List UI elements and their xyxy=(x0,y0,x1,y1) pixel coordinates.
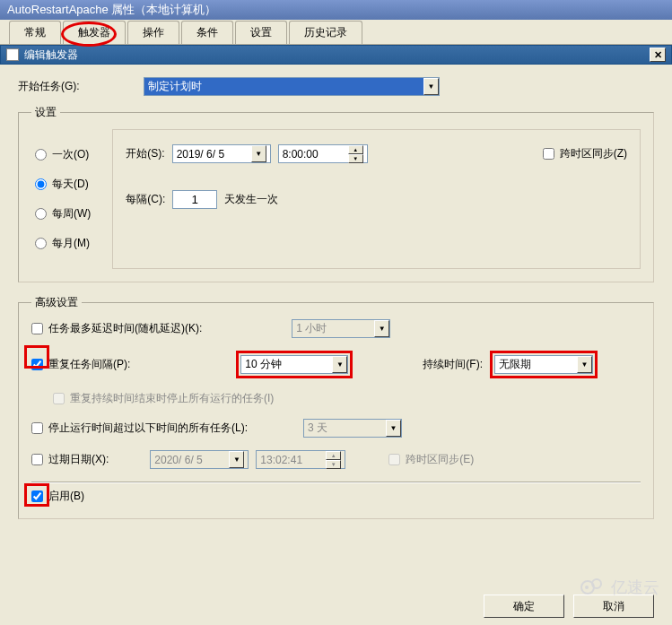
start-time-input[interactable]: 8:00:00 ▲ ▼ xyxy=(278,144,368,163)
time-spin-down: ▼ xyxy=(326,460,341,469)
expire-time-input: 13:02:41 ▲ ▼ xyxy=(256,450,345,469)
every-suffix: 天发生一次 xyxy=(224,192,278,207)
dropdown-arrow-icon[interactable]: ▼ xyxy=(577,356,592,373)
sync-tz-input[interactable] xyxy=(543,148,554,160)
radio-once-input[interactable] xyxy=(35,149,47,161)
expire-cb-input[interactable] xyxy=(31,454,43,465)
time-spin-up[interactable]: ▲ xyxy=(348,145,363,154)
outer-window-title: AutoRestartApache 属性（本地计算机） xyxy=(0,0,672,20)
tab-history[interactable]: 历史记录 xyxy=(289,21,362,44)
tab-conditions[interactable]: 条件 xyxy=(181,21,233,44)
enabled-cb-input[interactable] xyxy=(31,490,43,502)
expire-checkbox[interactable]: 过期日期(X): xyxy=(31,452,109,467)
repeat-cb-input[interactable] xyxy=(31,359,43,370)
stop-all-cb-input xyxy=(53,393,65,404)
delay-cb-input[interactable] xyxy=(31,323,43,334)
duration-label: 持续时间(F): xyxy=(423,357,483,372)
dialog-content: 开始任务(G): 制定计划时 ▼ 设置 一次(O) 每天(D) 每周(W) xyxy=(0,65,672,544)
inner-window-title-bar: 编辑触发器 ✕ xyxy=(0,45,672,65)
watermark-icon xyxy=(580,578,607,596)
radio-monthly[interactable]: 每月(M) xyxy=(35,236,91,251)
radio-monthly-input[interactable] xyxy=(35,238,47,249)
radio-daily[interactable]: 每天(D) xyxy=(35,177,91,192)
settings-group: 设置 一次(O) 每天(D) 每周(W) 每月(M) xyxy=(18,105,654,282)
dropdown-arrow-icon: ▼ xyxy=(386,420,401,437)
expire-sync-checkbox: 跨时区同步(E) xyxy=(388,452,474,467)
settings-legend: 设置 xyxy=(31,105,60,120)
delay-checkbox[interactable]: 任务最多延迟时间(随机延迟)(K): xyxy=(31,321,202,336)
frequency-radios: 一次(O) 每天(D) 每周(W) 每月(M) xyxy=(31,129,100,269)
outer-title-text: AutoRestartApache 属性（本地计算机） xyxy=(7,2,216,18)
start-task-label: 开始任务(G): xyxy=(18,79,144,94)
radio-weekly-input[interactable] xyxy=(35,208,47,220)
start-task-dropdown[interactable]: 制定计划时 ▼ xyxy=(144,77,440,96)
date-dropdown-icon: ▼ xyxy=(229,451,244,468)
sync-tz-checkbox[interactable]: 跨时区同步(Z) xyxy=(543,146,627,161)
tab-general[interactable]: 常规 xyxy=(9,21,61,44)
stop-longer-dropdown: 3 天 ▼ xyxy=(303,419,402,438)
expire-sync-cb-input xyxy=(388,454,400,465)
time-spin-down[interactable]: ▼ xyxy=(348,154,363,163)
dropdown-arrow-icon: ▼ xyxy=(374,320,389,337)
highlight-box: 无限期 ▼ xyxy=(490,351,598,378)
radio-daily-input[interactable] xyxy=(35,178,47,190)
ok-button[interactable]: 确定 xyxy=(484,595,564,618)
start-date-input[interactable]: 2019/ 6/ 5 ▼ xyxy=(172,144,271,163)
stop-longer-checkbox[interactable]: 停止运行时间超过以下时间的所有任务(L): xyxy=(31,421,248,436)
dialog-buttons: 确定 取消 xyxy=(484,595,654,618)
window-icon xyxy=(6,48,19,61)
duration-dropdown[interactable]: 无限期 ▼ xyxy=(494,355,593,374)
schedule-panel: 开始(S): 2019/ 6/ 5 ▼ 8:00:00 ▲ ▼ xyxy=(112,129,641,269)
repeat-checkbox[interactable]: 重复任务间隔(P): xyxy=(31,357,130,372)
radio-once[interactable]: 一次(O) xyxy=(35,147,91,162)
close-button[interactable]: ✕ xyxy=(650,48,666,62)
repeat-interval-dropdown[interactable]: 10 分钟 ▼ xyxy=(240,355,348,374)
tab-actions[interactable]: 操作 xyxy=(127,21,179,44)
dropdown-arrow-icon[interactable]: ▼ xyxy=(332,356,347,373)
expire-date-input: 2020/ 6/ 5 ▼ xyxy=(150,450,249,469)
divider xyxy=(31,482,641,483)
tab-bar: 常规 触发器 操作 条件 设置 历史记录 xyxy=(0,20,672,45)
tab-triggers[interactable]: 触发器 xyxy=(63,21,126,44)
stop-all-checkbox: 重复持续时间结束时停止所有运行的任务(I) xyxy=(53,391,274,406)
time-spin-up: ▲ xyxy=(326,451,341,460)
cancel-button[interactable]: 取消 xyxy=(573,595,654,618)
inner-title-text: 编辑触发器 xyxy=(24,48,78,63)
delay-value-dropdown: 1 小时 ▼ xyxy=(292,319,390,338)
tab-settings[interactable]: 设置 xyxy=(235,21,287,44)
dropdown-arrow-icon[interactable]: ▼ xyxy=(423,78,439,95)
date-dropdown-icon[interactable]: ▼ xyxy=(251,145,266,162)
advanced-legend: 高级设置 xyxy=(31,295,82,310)
radio-weekly[interactable]: 每周(W) xyxy=(35,206,91,221)
enabled-checkbox[interactable]: 启用(B) xyxy=(31,489,84,504)
every-label: 每隔(C): xyxy=(126,192,165,207)
every-value-input[interactable] xyxy=(172,190,217,209)
start-label: 开始(S): xyxy=(126,146,164,161)
highlight-box: 10 分钟 ▼ xyxy=(236,351,353,378)
advanced-group: 高级设置 任务最多延迟时间(随机延迟)(K): 1 小时 ▼ 重复任务间隔(P)… xyxy=(18,295,654,519)
stop-longer-cb-input[interactable] xyxy=(31,422,43,434)
start-task-value: 制定计划时 xyxy=(148,79,202,94)
